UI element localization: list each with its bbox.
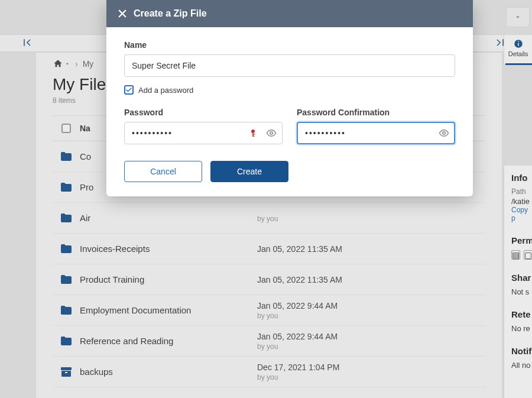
name-label: Name [124,40,455,50]
zip-name-input[interactable] [124,54,455,77]
password-label: Password [124,108,283,117]
cancel-button[interactable]: Cancel [124,161,202,182]
create-button[interactable]: Create [210,161,288,182]
svg-point-10 [270,132,273,135]
modal-title: Create a Zip File [134,8,207,19]
toggle-visibility-icon[interactable] [437,127,450,140]
create-zip-modal: Create a Zip File Name Add a password Pa… [106,0,473,196]
svg-point-11 [443,132,446,135]
password-confirm-input[interactable] [297,122,455,144]
password-confirm-label: Password Confirmation [297,108,455,117]
toggle-visibility-icon[interactable] [265,127,278,140]
generate-password-icon[interactable] [248,127,261,140]
svg-rect-9 [252,136,254,137]
add-password-checkbox[interactable]: Add a password [124,85,455,95]
add-password-label: Add a password [138,86,193,95]
svg-rect-8 [252,134,255,135]
close-icon[interactable] [117,8,128,19]
